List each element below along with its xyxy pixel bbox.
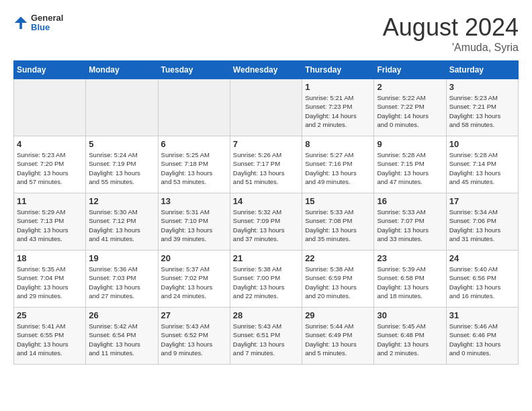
day-number: 5: [89, 139, 154, 149]
calendar-cell: 30Sunrise: 5:45 AM Sunset: 6:48 PM Dayli…: [374, 308, 446, 365]
calendar-cell: 9Sunrise: 5:28 AM Sunset: 7:15 PM Daylig…: [374, 136, 446, 193]
calendar-cell: 2Sunrise: 5:22 AM Sunset: 7:22 PM Daylig…: [374, 79, 446, 136]
day-number: 6: [161, 139, 227, 149]
day-info: Sunrise: 5:38 AM Sunset: 7:00 PM Dayligh…: [233, 265, 299, 300]
day-info: Sunrise: 5:31 AM Sunset: 7:10 PM Dayligh…: [161, 208, 227, 243]
calendar-cell: 18Sunrise: 5:35 AM Sunset: 7:04 PM Dayli…: [14, 250, 86, 308]
title-block: August 2024 'Amuda, Syria: [383, 13, 519, 54]
day-info: Sunrise: 5:35 AM Sunset: 7:04 PM Dayligh…: [17, 265, 83, 300]
day-number: 10: [449, 139, 515, 149]
day-info: Sunrise: 5:34 AM Sunset: 7:06 PM Dayligh…: [449, 208, 515, 243]
calendar-cell: 26Sunrise: 5:42 AM Sunset: 6:54 PM Dayli…: [86, 308, 158, 365]
day-info: Sunrise: 5:23 AM Sunset: 7:21 PM Dayligh…: [449, 93, 515, 129]
day-number: 7: [233, 139, 299, 149]
day-number: 29: [305, 310, 371, 320]
day-info: Sunrise: 5:28 AM Sunset: 7:14 PM Dayligh…: [449, 150, 515, 186]
day-info: Sunrise: 5:43 AM Sunset: 6:52 PM Dayligh…: [161, 322, 227, 357]
calendar-cell: 3Sunrise: 5:23 AM Sunset: 7:21 PM Daylig…: [446, 79, 518, 136]
calendar-row-4: 25Sunrise: 5:41 AM Sunset: 6:55 PM Dayli…: [14, 308, 519, 365]
day-info: Sunrise: 5:46 AM Sunset: 6:46 PM Dayligh…: [449, 322, 515, 357]
calendar-cell: 16Sunrise: 5:33 AM Sunset: 7:07 PM Dayli…: [374, 193, 446, 250]
calendar-cell: 15Sunrise: 5:33 AM Sunset: 7:08 PM Dayli…: [302, 193, 374, 250]
calendar-cell: 21Sunrise: 5:38 AM Sunset: 7:00 PM Dayli…: [230, 250, 302, 308]
calendar-cell: 24Sunrise: 5:40 AM Sunset: 6:56 PM Dayli…: [446, 250, 518, 308]
day-number: 8: [305, 139, 371, 149]
header-day-friday: Friday: [374, 61, 446, 79]
calendar-cell: 12Sunrise: 5:30 AM Sunset: 7:12 PM Dayli…: [86, 193, 158, 250]
day-number: 20: [161, 253, 227, 263]
calendar-cell: 6Sunrise: 5:25 AM Sunset: 7:18 PM Daylig…: [158, 136, 230, 193]
page-subtitle: 'Amuda, Syria: [383, 42, 519, 54]
calendar-cell: [230, 79, 302, 136]
logo-icon: [13, 15, 28, 30]
calendar-cell: 11Sunrise: 5:29 AM Sunset: 7:13 PM Dayli…: [14, 193, 86, 250]
day-info: Sunrise: 5:42 AM Sunset: 6:54 PM Dayligh…: [89, 322, 154, 357]
calendar-cell: [158, 79, 230, 136]
day-number: 17: [449, 196, 515, 206]
day-number: 26: [89, 310, 154, 320]
calendar-cell: 28Sunrise: 5:43 AM Sunset: 6:51 PM Dayli…: [230, 308, 302, 365]
logo-blue: Blue: [31, 23, 63, 32]
day-info: Sunrise: 5:22 AM Sunset: 7:22 PM Dayligh…: [377, 93, 443, 129]
day-info: Sunrise: 5:33 AM Sunset: 7:07 PM Dayligh…: [377, 208, 443, 243]
day-info: Sunrise: 5:26 AM Sunset: 7:17 PM Dayligh…: [233, 150, 299, 186]
day-info: Sunrise: 5:24 AM Sunset: 7:19 PM Dayligh…: [89, 150, 154, 186]
calendar-cell: 8Sunrise: 5:27 AM Sunset: 7:16 PM Daylig…: [302, 136, 374, 193]
calendar-header: SundayMondayTuesdayWednesdayThursdayFrid…: [14, 61, 519, 79]
day-info: Sunrise: 5:39 AM Sunset: 6:58 PM Dayligh…: [377, 265, 443, 300]
day-info: Sunrise: 5:23 AM Sunset: 7:20 PM Dayligh…: [17, 150, 83, 186]
calendar-cell: 17Sunrise: 5:34 AM Sunset: 7:06 PM Dayli…: [446, 193, 518, 250]
calendar-row-2: 11Sunrise: 5:29 AM Sunset: 7:13 PM Dayli…: [14, 193, 519, 250]
day-info: Sunrise: 5:27 AM Sunset: 7:16 PM Dayligh…: [305, 150, 371, 186]
header-day-saturday: Saturday: [446, 61, 518, 79]
day-info: Sunrise: 5:29 AM Sunset: 7:13 PM Dayligh…: [17, 208, 83, 243]
calendar-cell: 25Sunrise: 5:41 AM Sunset: 6:55 PM Dayli…: [14, 308, 86, 365]
day-number: 15: [305, 196, 371, 206]
day-info: Sunrise: 5:44 AM Sunset: 6:49 PM Dayligh…: [305, 322, 371, 357]
calendar-table: SundayMondayTuesdayWednesdayThursdayFrid…: [13, 60, 519, 365]
calendar-cell: 27Sunrise: 5:43 AM Sunset: 6:52 PM Dayli…: [158, 308, 230, 365]
calendar-cell: 22Sunrise: 5:38 AM Sunset: 6:59 PM Dayli…: [302, 250, 374, 308]
calendar-row-3: 18Sunrise: 5:35 AM Sunset: 7:04 PM Dayli…: [14, 250, 519, 308]
calendar-cell: 14Sunrise: 5:32 AM Sunset: 7:09 PM Dayli…: [230, 193, 302, 250]
day-info: Sunrise: 5:37 AM Sunset: 7:02 PM Dayligh…: [161, 265, 227, 300]
day-number: 30: [377, 310, 443, 320]
calendar-row-1: 4Sunrise: 5:23 AM Sunset: 7:20 PM Daylig…: [14, 136, 519, 193]
page-title: August 2024: [383, 13, 519, 42]
logo-general: General: [31, 13, 63, 23]
calendar-row-0: 1Sunrise: 5:21 AM Sunset: 7:23 PM Daylig…: [14, 79, 519, 136]
day-number: 14: [233, 196, 299, 206]
day-info: Sunrise: 5:28 AM Sunset: 7:15 PM Dayligh…: [377, 150, 443, 186]
day-number: 3: [449, 82, 515, 92]
calendar-cell: 10Sunrise: 5:28 AM Sunset: 7:14 PM Dayli…: [446, 136, 518, 193]
calendar-cell: 13Sunrise: 5:31 AM Sunset: 7:10 PM Dayli…: [158, 193, 230, 250]
calendar-cell: 7Sunrise: 5:26 AM Sunset: 7:17 PM Daylig…: [230, 136, 302, 193]
day-number: 28: [233, 310, 299, 320]
day-number: 18: [17, 253, 83, 263]
day-info: Sunrise: 5:43 AM Sunset: 6:51 PM Dayligh…: [233, 322, 299, 357]
day-number: 4: [17, 139, 83, 149]
day-info: Sunrise: 5:45 AM Sunset: 6:48 PM Dayligh…: [377, 322, 443, 357]
header-day-tuesday: Tuesday: [158, 61, 230, 79]
day-info: Sunrise: 5:36 AM Sunset: 7:03 PM Dayligh…: [89, 265, 154, 300]
logo-text: General Blue: [31, 13, 63, 33]
day-number: 24: [449, 253, 515, 263]
header-day-thursday: Thursday: [302, 61, 374, 79]
day-number: 13: [161, 196, 227, 206]
day-number: 19: [89, 253, 154, 263]
day-number: 12: [89, 196, 154, 206]
day-number: 16: [377, 196, 443, 206]
header-row: SundayMondayTuesdayWednesdayThursdayFrid…: [14, 61, 519, 79]
day-number: 23: [377, 253, 443, 263]
calendar-cell: 23Sunrise: 5:39 AM Sunset: 6:58 PM Dayli…: [374, 250, 446, 308]
calendar-cell: 4Sunrise: 5:23 AM Sunset: 7:20 PM Daylig…: [14, 136, 86, 193]
logo: General Blue: [13, 13, 63, 33]
day-number: 9: [377, 139, 443, 149]
day-info: Sunrise: 5:33 AM Sunset: 7:08 PM Dayligh…: [305, 208, 371, 243]
page-header: General Blue August 2024 'Amuda, Syria: [13, 13, 519, 54]
header-day-wednesday: Wednesday: [230, 61, 302, 79]
day-info: Sunrise: 5:30 AM Sunset: 7:12 PM Dayligh…: [89, 208, 154, 243]
day-info: Sunrise: 5:32 AM Sunset: 7:09 PM Dayligh…: [233, 208, 299, 243]
day-info: Sunrise: 5:25 AM Sunset: 7:18 PM Dayligh…: [161, 150, 227, 186]
day-number: 31: [449, 310, 515, 320]
